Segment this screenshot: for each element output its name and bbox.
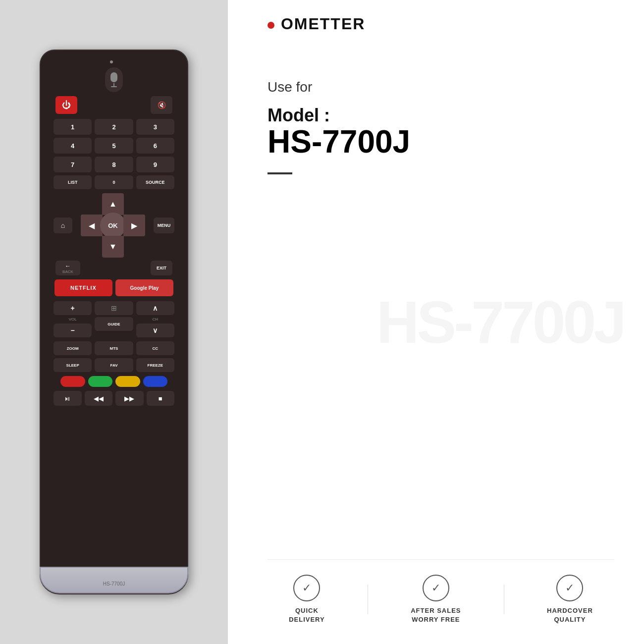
btn-9[interactable]: 9 <box>136 157 174 172</box>
ch-down-button[interactable]: ∨ <box>136 323 174 337</box>
feature-label-sales: AFTER SALESWORRY FREE <box>411 606 461 624</box>
misc-row-2: SLEEP FAV FREEZE <box>51 358 177 372</box>
remote-control: ⏻ 🔇 1 2 3 4 5 6 7 8 9 LIST 0 SOURCE <box>40 50 188 594</box>
rewind-button[interactable]: ◀◀ <box>85 391 113 406</box>
dpad-left[interactable]: ◀ <box>81 215 103 236</box>
epg-icon: ⊞ <box>111 304 117 312</box>
media-controls-row: ⏯ ◀◀ ▶▶ ■ <box>51 391 177 406</box>
btn-5[interactable]: 5 <box>95 138 133 154</box>
dpad-down[interactable]: ▼ <box>102 236 124 258</box>
dpad-up[interactable]: ▲ <box>102 193 124 215</box>
color-btn-blue[interactable] <box>143 376 168 387</box>
top-buttons-row: ⏻ 🔇 <box>51 96 177 114</box>
ir-sensor <box>110 60 113 63</box>
power-button[interactable]: ⏻ <box>55 96 77 114</box>
check-icon-quality: ✓ <box>556 575 583 601</box>
feature-quality: ✓ HARDCOVERQUALITY <box>547 575 593 624</box>
epg-button[interactable]: ⊞ <box>95 301 133 315</box>
remote-top-sensor <box>51 59 177 63</box>
check-icon-delivery: ✓ <box>293 575 320 601</box>
vol-column: + VOL − <box>54 301 92 337</box>
nav-area: ⌂ ▲ ◀ OK ▶ ▼ MENU <box>51 193 177 258</box>
stop-button[interactable]: ■ <box>147 391 175 406</box>
right-panel: OMETTER HS-7700J Use for Model : HS-7700… <box>228 0 644 644</box>
source-button[interactable]: SOURCE <box>136 175 174 189</box>
back-button[interactable]: ← BACK <box>55 261 80 275</box>
color-buttons-row <box>51 376 177 387</box>
dpad: ▲ ◀ OK ▶ ▼ <box>81 193 145 258</box>
use-for-text: Use for <box>268 79 614 95</box>
ch-column: ∧ CH ∨ <box>136 301 174 337</box>
dpad-right[interactable]: ▶ <box>123 215 145 236</box>
color-btn-green[interactable] <box>88 376 113 387</box>
brand-name: OMETTER <box>281 15 365 33</box>
btn-7[interactable]: 7 <box>54 157 92 172</box>
watermark: HS-7700J <box>376 288 624 356</box>
fav-button[interactable]: FAV <box>95 358 133 372</box>
google-play-label: Google Play <box>130 285 159 291</box>
model-label: Model : <box>268 105 614 126</box>
sleep-button[interactable]: SLEEP <box>54 358 92 372</box>
google-play-button[interactable]: Google Play <box>115 279 173 296</box>
left-panel: ⏻ 🔇 1 2 3 4 5 6 7 8 9 LIST 0 SOURCE <box>0 0 228 644</box>
left-arrow-icon: ◀ <box>89 221 95 230</box>
model-number: HS-7700J <box>268 126 614 158</box>
btn-2[interactable]: 2 <box>95 119 133 135</box>
streaming-row: NETFLIX Google Play <box>51 279 177 296</box>
cc-button[interactable]: CC <box>136 341 174 355</box>
center-buttons: ⊞ GUIDE <box>95 301 133 337</box>
freeze-button[interactable]: FREEZE <box>136 358 174 372</box>
down-arrow-icon: ▼ <box>109 242 117 251</box>
btn-1[interactable]: 1 <box>54 119 92 135</box>
menu-button[interactable]: MENU <box>154 217 174 233</box>
vol-label: VOL <box>69 317 77 322</box>
home-icon: ⌂ <box>61 221 65 229</box>
play-pause-button[interactable]: ⏯ <box>54 391 82 406</box>
up-arrow-icon: ▲ <box>109 200 117 209</box>
ch-up-button[interactable]: ∧ <box>136 301 174 315</box>
features-section: ✓ QUICKDELIVERY ✓ AFTER SALESWORRY FREE … <box>268 559 614 624</box>
netflix-label: NETFLIX <box>70 285 97 291</box>
mute-button[interactable]: 🔇 <box>151 96 172 114</box>
mic-button[interactable] <box>105 67 123 92</box>
exit-button[interactable]: EXIT <box>151 261 172 275</box>
color-btn-red[interactable] <box>60 376 85 387</box>
right-arrow-icon: ▶ <box>131 221 137 230</box>
feature-label-quality: HARDCOVERQUALITY <box>547 606 593 624</box>
mute-icon: 🔇 <box>158 101 166 109</box>
btn-6[interactable]: 6 <box>136 138 174 154</box>
mts-button[interactable]: MTS <box>95 341 133 355</box>
divider-line <box>268 172 292 174</box>
ch-label: CH <box>153 317 159 322</box>
misc-row-1: ZOOM MTS CC <box>51 341 177 355</box>
logo-circle <box>268 22 274 29</box>
ok-button[interactable]: OK <box>100 213 126 238</box>
netflix-button[interactable]: NETFLIX <box>54 279 112 296</box>
btn-3[interactable]: 3 <box>136 119 174 135</box>
check-icon-sales: ✓ <box>423 575 449 601</box>
btn-0[interactable]: 0 <box>95 175 133 189</box>
brand-logo: OMETTER <box>268 15 365 33</box>
feature-label-delivery: QUICKDELIVERY <box>289 606 325 624</box>
feature-after-sales: ✓ AFTER SALESWORRY FREE <box>411 575 461 624</box>
btn-8[interactable]: 8 <box>95 157 133 172</box>
number-grid: 1 2 3 4 5 6 7 8 9 <box>51 119 177 172</box>
home-button[interactable]: ⌂ <box>54 217 72 233</box>
remote-model-label: HS-7700J <box>103 581 125 587</box>
feature-divider-2 <box>504 585 504 614</box>
feature-quick-delivery: ✓ QUICKDELIVERY <box>289 575 325 624</box>
guide-button[interactable]: GUIDE <box>95 317 133 331</box>
zoom-button[interactable]: ZOOM <box>54 341 92 355</box>
list-button[interactable]: LIST <box>54 175 92 189</box>
vol-plus-button[interactable]: + <box>54 301 92 315</box>
power-icon: ⏻ <box>62 100 71 110</box>
special-row: LIST 0 SOURCE <box>51 175 177 189</box>
feature-divider-1 <box>368 585 368 614</box>
btn-4[interactable]: 4 <box>54 138 92 154</box>
vol-minus-button[interactable]: − <box>54 323 92 337</box>
mic-base <box>111 86 117 87</box>
fast-forward-button[interactable]: ▶▶ <box>115 391 144 406</box>
color-btn-yellow[interactable] <box>115 376 140 387</box>
back-exit-row: ← BACK EXIT <box>51 261 177 275</box>
vol-ch-section: + VOL − ⊞ GUIDE ∧ C <box>51 301 177 337</box>
